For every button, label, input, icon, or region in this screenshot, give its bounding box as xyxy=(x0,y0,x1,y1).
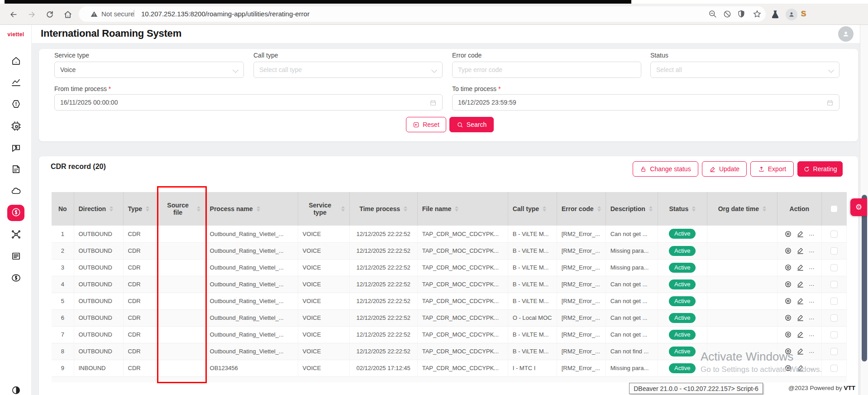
sidebar-item-billing-active[interactable] xyxy=(7,205,24,221)
service_type-cell: VOICE xyxy=(298,226,349,242)
cdr-table: NoDirectionTypeSource fileProcess nameSe… xyxy=(52,192,847,377)
column-header-org_date_time[interactable]: Org date time xyxy=(707,192,777,226)
column-header-description[interactable]: Description xyxy=(606,192,658,226)
sidebar-item-integration[interactable] xyxy=(8,227,24,243)
description-cell: Can not find ... xyxy=(606,343,658,360)
row-checkbox[interactable] xyxy=(830,331,838,338)
edit-icon[interactable] xyxy=(796,280,804,288)
browser-profile-avatar[interactable] xyxy=(786,9,797,20)
sort-icon xyxy=(649,206,653,212)
sidebar-item-logs[interactable] xyxy=(8,249,24,265)
search-button[interactable]: Search xyxy=(449,117,494,132)
sidebar-item-home[interactable] xyxy=(8,53,24,70)
view-icon[interactable] xyxy=(784,297,792,305)
sidebar-item-finance[interactable] xyxy=(8,270,24,287)
update-button[interactable]: Update xyxy=(702,161,747,177)
sort-icon xyxy=(597,206,601,212)
favorite-star-icon[interactable] xyxy=(753,10,762,19)
edit-icon[interactable] xyxy=(796,264,804,271)
column-header-status[interactable]: Status xyxy=(658,192,707,226)
view-icon[interactable] xyxy=(784,347,792,355)
error-code-input[interactable]: Type error code xyxy=(452,62,641,78)
column-header-error_code[interactable]: Error code xyxy=(557,192,606,226)
row-checkbox[interactable] xyxy=(830,298,838,305)
view-icon[interactable] xyxy=(784,230,792,238)
sidebar-item-alerts[interactable] xyxy=(8,96,24,113)
from-time-input[interactable]: 16/11/2025 00:00:00 xyxy=(54,94,443,111)
no-cell: 5 xyxy=(52,293,74,309)
edit-icon[interactable] xyxy=(796,314,804,322)
row-checkbox[interactable] xyxy=(830,348,838,355)
address-bar[interactable]: Not secure | 10.207.252.135:8200/roaming… xyxy=(79,6,766,22)
refresh-icon[interactable] xyxy=(44,9,55,20)
sidebar-item-storage[interactable] xyxy=(8,183,24,200)
time_process-cell: 12/12/2025 22:22:52 xyxy=(349,309,417,326)
org_date_time-cell xyxy=(707,226,777,242)
service-type-select[interactable]: Voice xyxy=(54,62,244,78)
blocked-content-icon[interactable] xyxy=(723,10,732,19)
column-header-type[interactable]: Type xyxy=(123,192,158,226)
search-icon xyxy=(457,121,463,128)
row-checkbox[interactable] xyxy=(830,365,838,372)
column-header-call_type[interactable]: Call type xyxy=(508,192,557,226)
back-icon[interactable] xyxy=(8,9,19,20)
row-checkbox[interactable] xyxy=(830,281,838,288)
status-select[interactable]: Select all xyxy=(650,62,839,78)
column-header-file_name[interactable]: File name xyxy=(417,192,508,226)
extension-s-icon[interactable]: S xyxy=(801,10,811,19)
column-header-time_process[interactable]: Time process xyxy=(349,192,417,226)
column-header-process_name[interactable]: Process name xyxy=(205,192,298,226)
no-cell: 3 xyxy=(52,259,74,276)
column-header-direction[interactable]: Direction xyxy=(74,192,123,226)
browser-tab-strip xyxy=(5,0,631,4)
sort-icon xyxy=(404,206,407,212)
sidebar-item-theme[interactable] xyxy=(8,383,24,395)
edit-icon[interactable] xyxy=(796,347,804,355)
service_type-cell: VOICE xyxy=(298,360,349,376)
zoom-out-icon[interactable] xyxy=(708,10,717,19)
view-icon[interactable] xyxy=(784,264,792,271)
edit-icon[interactable] xyxy=(796,247,804,255)
status-badge: Active xyxy=(669,279,696,289)
extension-flask-icon[interactable] xyxy=(770,10,780,19)
view-icon[interactable] xyxy=(784,314,792,322)
view-icon[interactable] xyxy=(784,364,792,372)
view-icon[interactable] xyxy=(784,331,792,338)
settings-fab[interactable]: ⚙ xyxy=(850,198,867,216)
source_file-cell xyxy=(158,226,205,242)
edit-icon[interactable] xyxy=(796,230,804,238)
column-header-service_type[interactable]: Service type xyxy=(298,192,349,226)
edit-icon[interactable] xyxy=(796,297,804,305)
sidebar-item-reports[interactable] xyxy=(8,75,24,91)
call-type-select[interactable]: Select call type xyxy=(253,62,443,78)
row-checkbox[interactable] xyxy=(830,264,838,271)
forward-icon[interactable] xyxy=(26,9,37,20)
column-header-source_file[interactable]: Source file xyxy=(158,192,205,226)
edit-icon[interactable] xyxy=(796,331,804,338)
select-all-checkbox[interactable] xyxy=(830,205,838,212)
view-icon[interactable] xyxy=(784,247,792,255)
row-checkbox[interactable] xyxy=(830,314,838,322)
row-checkbox[interactable] xyxy=(830,231,838,238)
tracking-shield-icon[interactable] xyxy=(737,10,746,19)
reset-button[interactable]: Reset xyxy=(406,117,446,132)
unlock-icon xyxy=(640,166,647,173)
user-avatar[interactable] xyxy=(838,26,854,42)
home-icon[interactable] xyxy=(62,9,73,20)
export-button[interactable]: Export xyxy=(750,161,794,177)
to-time-input[interactable]: 16/12/2025 23:59:59 xyxy=(452,94,839,111)
sidebar-item-support[interactable] xyxy=(8,140,24,157)
row-checkbox[interactable] xyxy=(830,247,838,255)
source_file-cell xyxy=(158,293,205,309)
source_file-cell xyxy=(158,309,205,326)
view-icon[interactable] xyxy=(784,280,792,288)
sidebar-item-documents[interactable] xyxy=(8,162,24,178)
select-cell xyxy=(821,259,846,276)
rerating-button[interactable]: Rerating xyxy=(797,161,843,177)
error_code-cell: [RM2_Error_... xyxy=(557,242,606,259)
change-status-button[interactable]: Change status xyxy=(633,161,698,177)
dollar-coin-icon xyxy=(11,273,21,285)
scrollbar-thumb[interactable] xyxy=(862,195,867,361)
sidebar-item-processing[interactable] xyxy=(8,119,24,135)
edit-icon[interactable] xyxy=(796,364,804,372)
